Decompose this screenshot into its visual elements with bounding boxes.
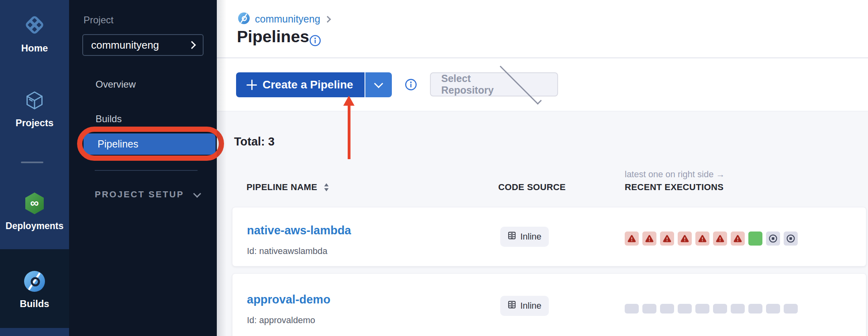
- rail-item-label: Home: [21, 43, 48, 54]
- project-section-label: Project: [84, 14, 114, 26]
- page-title: Pipelines: [237, 27, 309, 46]
- breadcrumb: communityeng: [238, 12, 330, 26]
- column-header-code-source: CODE SOURCE: [498, 182, 566, 193]
- execution-status-empty-icon: [642, 304, 656, 313]
- sidebar-item-pipelines-label: Pipelines: [98, 138, 138, 150]
- info-icon[interactable]: [405, 78, 417, 92]
- select-repository-dropdown[interactable]: Select Repository: [430, 72, 558, 96]
- sidebar-divider: [95, 170, 198, 171]
- execution-status-empty-icon: [731, 304, 745, 313]
- rail-item-builds[interactable]: Builds: [0, 270, 69, 309]
- execution-status-empty-icon: [766, 304, 780, 313]
- pipeline-id: Id: nativeawslambda: [247, 246, 328, 256]
- project-selector-value: communityeng: [91, 39, 189, 51]
- execution-status-empty-icon: [748, 304, 762, 313]
- pipeline-row[interactable]: native-aws-lambda Id: nativeawslambda In…: [232, 207, 866, 266]
- recent-executions: [625, 232, 798, 246]
- execution-status-failed-icon[interactable]: [713, 232, 727, 246]
- execution-status-failed-icon[interactable]: [625, 232, 639, 246]
- chevron-right-icon: [188, 41, 196, 49]
- project-sidebar: Project communityeng Overview Builds Pip…: [69, 0, 217, 336]
- info-icon[interactable]: [309, 35, 321, 48]
- code-source-badge: Inline: [500, 296, 549, 316]
- pipeline-row[interactable]: approval-demo Id: approvaldemo Inline: [232, 273, 866, 336]
- projects-cube-icon: [23, 89, 46, 113]
- rail-item-label: Builds: [20, 298, 49, 309]
- rail-item-projects[interactable]: Projects: [0, 89, 69, 129]
- rail-item-label: Deployments: [6, 221, 63, 232]
- rail-divider: [21, 162, 43, 163]
- execution-status-empty-icon: [695, 304, 709, 313]
- chevron-right-icon: [324, 16, 331, 23]
- code-source-label: Inline: [520, 232, 542, 242]
- execution-status-empty-icon: [678, 304, 692, 313]
- inline-archive-icon: [507, 300, 516, 311]
- create-pipeline-button[interactable]: Create a Pipeline: [236, 72, 392, 97]
- svg-text:∞: ∞: [30, 196, 39, 209]
- main-content: communityeng Pipelines Create a Pipeline…: [217, 0, 868, 336]
- execution-status-empty-icon: [713, 304, 727, 313]
- builds-ci-icon: [23, 270, 46, 294]
- create-pipeline-dropdown-toggle[interactable]: [365, 72, 392, 97]
- execution-status-aborted-icon[interactable]: [784, 232, 798, 246]
- execution-status-failed-icon[interactable]: [642, 232, 656, 246]
- execution-status-empty-icon: [625, 304, 639, 313]
- rail-item-label: Projects: [16, 117, 54, 129]
- chevron-down-icon: [500, 63, 542, 105]
- select-repository-placeholder: Select Repository: [441, 73, 494, 96]
- code-source-label: Inline: [520, 301, 542, 311]
- execution-status-empty-icon: [660, 304, 674, 313]
- pipeline-name-link[interactable]: native-aws-lambda: [247, 224, 351, 237]
- project-ci-icon: [238, 12, 250, 26]
- rail-item-home[interactable]: Home: [0, 13, 69, 54]
- plus-icon: [247, 80, 257, 90]
- execution-status-failed-icon[interactable]: [678, 232, 692, 246]
- execution-status-empty-icon: [784, 304, 798, 313]
- sidebar-item-builds[interactable]: Builds: [96, 113, 122, 125]
- deployments-hexagon-icon: ∞: [23, 192, 46, 217]
- column-header-pipeline-name: PIPELINE NAME: [247, 182, 317, 193]
- pipeline-name-link[interactable]: approval-demo: [247, 293, 330, 306]
- column-header-recent-executions: RECENT EXECUTIONS: [625, 182, 723, 193]
- header-divider: [217, 57, 868, 58]
- pipeline-id: Id: approvaldemo: [247, 315, 315, 326]
- recent-executions: [625, 304, 798, 313]
- home-icon: [22, 13, 47, 39]
- module-rail: Home Projects ∞ Deployments: [0, 0, 69, 336]
- project-setup-expander[interactable]: PROJECT SETUP: [95, 189, 200, 200]
- execution-status-failed-icon[interactable]: [695, 232, 709, 246]
- breadcrumb-project-link[interactable]: communityeng: [255, 13, 320, 25]
- sort-icon[interactable]: [324, 183, 329, 193]
- create-pipeline-button-main[interactable]: Create a Pipeline: [236, 72, 365, 97]
- execution-status-failed-icon[interactable]: [731, 232, 745, 246]
- total-count: Total: 3: [234, 135, 275, 148]
- sidebar-item-overview[interactable]: Overview: [96, 79, 136, 90]
- chevron-down-icon: [193, 190, 201, 198]
- chevron-down-icon: [374, 79, 383, 88]
- execution-status-success-icon[interactable]: [748, 232, 762, 246]
- rail-item-deployments[interactable]: ∞ Deployments: [0, 192, 69, 232]
- inline-archive-icon: [507, 231, 516, 242]
- execution-status-aborted-icon[interactable]: [766, 232, 780, 246]
- create-pipeline-label: Create a Pipeline: [263, 78, 353, 91]
- sidebar-item-pipelines[interactable]: Pipelines: [84, 133, 216, 155]
- project-selector[interactable]: communityeng: [82, 34, 204, 56]
- code-source-badge: Inline: [500, 227, 549, 247]
- execution-status-failed-icon[interactable]: [660, 232, 674, 246]
- project-setup-label: PROJECT SETUP: [95, 189, 184, 200]
- executions-note: latest one on right side →: [625, 169, 725, 180]
